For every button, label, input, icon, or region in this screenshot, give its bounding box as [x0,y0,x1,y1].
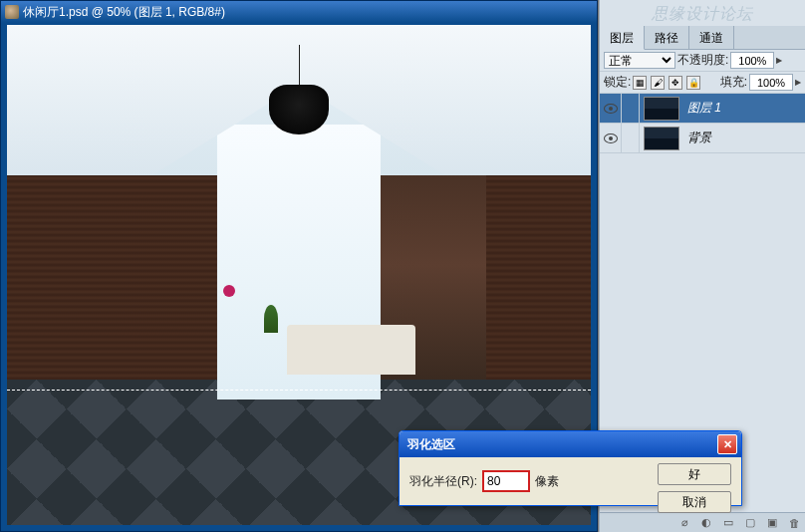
selection-marquee [7,390,591,391]
dialog-title: 羽化选区 [403,436,455,453]
tab-channels[interactable]: 通道 [689,26,734,49]
eye-icon [604,104,618,114]
document-icon [5,5,19,19]
dialog-titlebar[interactable]: 羽化选区 ✕ [400,431,741,457]
link-layers-icon[interactable]: ⌀ [677,516,691,530]
link-column[interactable] [622,124,640,152]
visibility-toggle[interactable] [600,94,622,123]
fill-arrow-icon[interactable]: ▶ [795,78,801,87]
document-title: 休闲厅1.psd @ 50% (图层 1, RGB/8#) [23,4,593,21]
lock-fill-row: 锁定: ▦ 🖌 ✥ 🔒 填充: ▶ [600,72,805,94]
flowers [223,285,235,297]
dialog-buttons: 好 取消 [658,463,731,513]
opacity-input[interactable] [730,52,774,69]
tab-paths[interactable]: 路径 [645,26,689,49]
unit-label: 像素 [535,473,559,490]
layer-name[interactable]: 图层 1 [683,100,721,117]
chandelier [269,85,329,134]
blend-mode-select[interactable]: 正常 [604,52,675,69]
wood-wall-right [486,175,591,381]
document-titlebar[interactable]: 休闲厅1.psd @ 50% (图层 1, RGB/8#) [1,1,597,23]
fill-label: 填充: [720,74,747,91]
lock-label: 锁定: [604,74,631,91]
layer-mask-icon[interactable]: ▭ [721,516,735,530]
lock-all-icon[interactable]: 🔒 [686,76,700,90]
link-column[interactable] [622,94,640,123]
delete-layer-icon[interactable]: 🗑 [787,516,801,530]
cancel-button[interactable]: 取消 [658,491,731,513]
fill-input[interactable] [749,74,793,91]
radius-input[interactable] [483,471,529,491]
tab-layers[interactable]: 图层 [600,26,645,50]
layer-name[interactable]: 背景 [683,130,711,146]
radius-label: 羽化半径(R): [409,473,477,490]
feather-dialog: 羽化选区 ✕ 羽化半径(R): 像素 好 取消 [399,430,742,506]
lock-position-icon[interactable]: ✥ [669,76,682,90]
eye-icon [604,133,618,143]
opacity-label: 不透明度: [677,52,728,69]
layer-thumbnail[interactable] [644,97,679,121]
plant [264,305,278,333]
layer-style-icon[interactable]: ◐ [699,516,713,530]
new-layer-icon[interactable]: ▣ [765,516,779,530]
layer-row[interactable]: 图层 1 [600,94,805,124]
watermark: 思缘设计论坛 [618,4,787,24]
close-icon[interactable]: ✕ [717,434,737,454]
sofa [287,325,415,375]
blend-opacity-row: 正常 不透明度: ▶ [600,50,805,72]
ok-button[interactable]: 好 [658,463,731,485]
panel-footer: ⌀ ◐ ▭ ▢ ▣ 🗑 [600,512,805,532]
layers-list: 图层 1 背景 [600,94,805,153]
lock-pixels-icon[interactable]: 🖌 [651,76,665,90]
lock-icons: ▦ 🖌 ✥ 🔒 [633,76,700,90]
visibility-toggle[interactable] [600,124,622,152]
opacity-arrow-icon[interactable]: ▶ [776,56,782,65]
layer-thumbnail[interactable] [644,127,679,150]
layer-row[interactable]: 背景 [600,124,805,153]
panel-tabs: 图层 路径 通道 [600,26,805,50]
lock-transparency-icon[interactable]: ▦ [633,76,647,90]
new-group-icon[interactable]: ▢ [743,516,757,530]
